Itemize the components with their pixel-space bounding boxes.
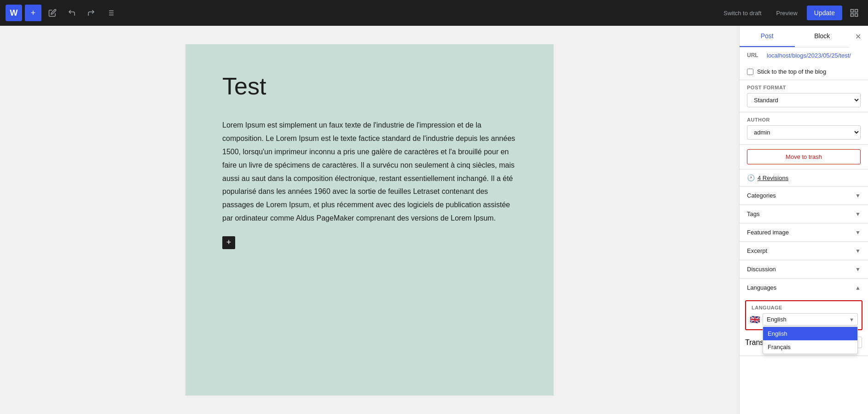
language-field-label: Language [750,305,858,310]
languages-body: Language 🇬🇧 English Français ▼ [740,300,868,356]
tags-chevron-icon: ▼ [855,211,861,217]
languages-header[interactable]: Languages ▲ [740,279,868,297]
language-select[interactable]: English Français [763,313,858,326]
switch-to-draft-button[interactable]: Switch to draft [718,7,767,19]
url-section: URL localhost/blogs/2023/05/25/test/ Sti… [740,47,868,80]
add-block-inline-button[interactable]: + [222,236,235,249]
discussion-header[interactable]: Discussion ▼ [740,260,868,278]
edit-button[interactable] [44,5,61,21]
revisions-row: 🕐 4 Revisions [740,169,868,186]
excerpt-section: Excerpt ▼ [740,242,868,260]
list-view-button[interactable] [102,5,119,21]
url-link[interactable]: localhost/blogs/2023/05/25/test/ [767,52,851,59]
categories-chevron-icon: ▼ [855,192,861,199]
undo-button[interactable] [64,5,80,21]
url-row: URL localhost/blogs/2023/05/25/test/ [740,47,868,64]
categories-label: Categories [747,192,776,199]
post-body[interactable]: Lorem Ipsum est simplement un faux texte… [222,119,517,225]
toolbar: W + Switch to draft Preview Update [0,0,868,26]
redo-button[interactable] [83,5,99,21]
excerpt-chevron-icon: ▼ [855,248,861,254]
post-format-group: POST FORMAT Standard Aside [740,80,868,112]
add-block-button[interactable]: + [25,5,41,21]
featured-image-header[interactable]: Featured image ▼ [740,223,868,241]
revisions-icon: 🕐 [747,174,755,181]
discussion-chevron-icon: ▼ [855,266,861,273]
excerpt-header[interactable]: Excerpt ▼ [740,242,868,260]
svg-rect-6 [851,10,854,12]
english-flag-icon: 🇬🇧 [750,315,760,325]
stick-to-top-checkbox[interactable] [747,69,753,75]
tags-header[interactable]: Tags ▼ [740,205,868,223]
revisions-text[interactable]: 4 Revisions [758,175,788,181]
editor-canvas[interactable]: Test Lorem Ipsum est simplement un faux … [0,26,739,414]
wordpress-logo: W [6,5,22,21]
language-row: 🇬🇧 English Français ▼ English [750,313,858,326]
discussion-label: Discussion [747,266,776,273]
tab-block[interactable]: Block [795,26,850,47]
preview-button[interactable]: Preview [771,7,803,19]
update-button[interactable]: Update [807,6,842,20]
url-label: URL [747,52,763,58]
editor-content: Test Lorem Ipsum est simplement un faux … [185,44,554,396]
excerpt-label: Excerpt [747,247,767,254]
trash-section: Move to trash [740,149,868,169]
svg-rect-7 [855,10,858,12]
categories-header[interactable]: Categories ▼ [740,187,868,204]
post-format-select[interactable]: Standard Aside [747,93,861,107]
stick-to-top-label: Stick to the top of the blog [757,68,826,75]
tags-label: Tags [747,210,759,217]
languages-section: Languages ▲ Language 🇬🇧 English Français [740,279,868,356]
toolbar-left: W + [6,5,119,21]
languages-chevron-icon: ▲ [855,285,861,291]
post-format-section: POST FORMAT Standard Aside [740,80,868,112]
author-select[interactable]: admin [747,125,861,140]
discussion-section: Discussion ▼ [740,260,868,279]
sidebar-body: URL localhost/blogs/2023/05/25/test/ Sti… [740,47,868,414]
featured-image-section: Featured image ▼ [740,223,868,242]
settings-button[interactable] [846,5,862,21]
featured-image-chevron-icon: ▼ [855,229,861,236]
svg-rect-9 [851,14,854,17]
sidebar: Post Block ✕ URL localhost/blogs/2023/05… [739,26,868,414]
sidebar-header: Post Block ✕ [740,26,868,47]
featured-image-label: Featured image [747,229,789,236]
main-area: Test Lorem Ipsum est simplement un faux … [0,26,868,414]
svg-rect-8 [855,14,858,17]
lang-dropdown-english[interactable]: English [763,327,857,340]
language-select-wrapper: English Français ▼ English Français [763,313,858,326]
languages-label: Languages [747,284,776,291]
revisions-section: 🕐 4 Revisions [740,169,868,187]
lang-dropdown-menu: English Français [763,327,858,354]
sidebar-close-button[interactable]: ✕ [850,29,866,45]
author-label: AUTHOR [747,117,861,122]
stick-to-top-row: Stick to the top of the blog [740,64,868,80]
post-title[interactable]: Test [222,72,517,100]
tab-post[interactable]: Post [740,26,795,47]
tags-section: Tags ▼ [740,205,868,223]
author-group: AUTHOR admin [740,112,868,144]
post-format-label: POST FORMAT [747,85,861,90]
toolbar-right: Switch to draft Preview Update [718,5,862,21]
lang-dropdown-francais[interactable]: Français [763,340,857,354]
sidebar-tabs: Post Block [740,26,850,47]
move-to-trash-button[interactable]: Move to trash [747,149,861,164]
language-box: Language 🇬🇧 English Français ▼ [745,300,862,330]
categories-section: Categories ▼ [740,187,868,205]
author-section: AUTHOR admin [740,112,868,145]
